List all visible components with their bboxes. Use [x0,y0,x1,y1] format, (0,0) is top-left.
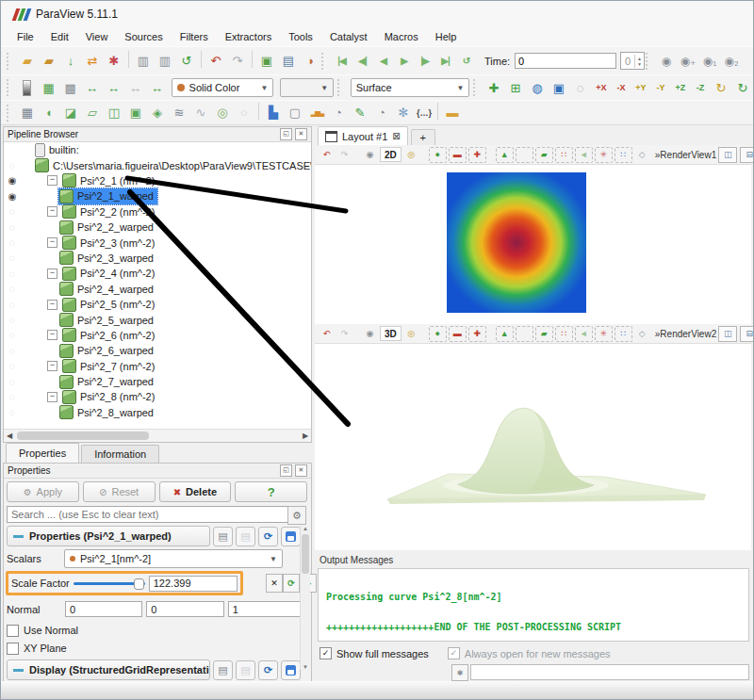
reset-value-button[interactable]: ✕ [266,574,283,593]
pipeline-item[interactable]: ◌Psi^2_5_warped [4,312,311,327]
pipeline-item[interactable]: ◌C:\Users\maria.figueira\Desktop\ParaVie… [4,157,311,172]
delete-button[interactable]: ✖Delete [159,481,232,502]
vcr-reverse-icon[interactable]: ◀ [373,51,393,71]
view-mode-toggle[interactable]: 2D [380,147,402,162]
auto-apply-icon[interactable]: ▣ [256,51,277,71]
pipeline-item[interactable]: ◌Psi^2_7_warped [4,374,311,389]
section-display-header[interactable]: Display (StructuredGridRepresentatio [7,659,210,680]
menu-tools[interactable]: Tools [280,29,321,44]
normal-z-input[interactable]: 1 [228,601,305,617]
open-file-icon[interactable]: ▰ [17,51,38,71]
toolbar-grip[interactable] [7,53,12,70]
scrollbar-thumb[interactable] [17,431,149,440]
group-datasets-icon[interactable]: ◎ [212,103,233,122]
extract-time-steps-icon[interactable]: ✎ [350,103,370,122]
rescale-temporal-range-icon[interactable]: ↔ [125,78,146,98]
view-plus-y-icon[interactable]: +Y [631,78,650,98]
expander-icon[interactable]: − [47,300,57,310]
interactive-select-points-icon[interactable]: ✳ [595,147,613,163]
copy-properties-icon[interactable]: ▤ [213,527,233,546]
visibility-eye-icon[interactable]: ◌ [4,206,21,217]
tab-properties[interactable]: Properties [6,443,79,463]
view-plus-x-icon[interactable]: +X [592,78,611,98]
capture-screenshot-icon[interactable]: ▤ [278,51,299,71]
camera-1-icon[interactable]: ◉₁ [699,51,720,71]
renderview1-viewport[interactable] [315,165,751,324]
camera-redo-icon[interactable]: ↷ [336,148,352,162]
normal-y-input[interactable]: 0 [146,601,223,617]
grow-selection-icon[interactable]: ◇ [634,148,650,162]
pipeline-item[interactable]: ◌Psi^2_2_warped [4,220,311,235]
pipeline-item[interactable]: ◌−Psi^2_3 (nm^-2) [4,235,311,250]
pipeline-item[interactable]: builtin: [4,142,311,157]
spreadsheet-icon[interactable]: ▙ [263,103,284,122]
zoom-closest-to-data-icon[interactable]: ▣ [549,78,569,98]
find-data-icon[interactable]: ▢ [285,103,305,122]
rescale-factor-button[interactable]: ⟳ [283,574,300,593]
visibility-eye-icon[interactable]: ◌ [4,315,21,325]
view-minus-y-icon[interactable]: -Y [651,78,670,98]
view-mode-toggle[interactable]: 3D [380,326,402,341]
select-cells-on-icon[interactable]: ● [429,326,447,342]
menu-sources[interactable]: Sources [116,29,171,44]
extract-subset-icon[interactable]: ▣ [125,103,146,122]
scroll-down-icon[interactable]: ▼ [301,664,310,670]
reset-camera-icon[interactable]: ✚ [484,78,504,98]
plot-over-time-icon[interactable]: ◔ [328,103,349,122]
close-panel-icon[interactable]: ✕ [295,464,307,477]
interactive-select-cells-icon[interactable]: ◄ [575,147,593,163]
pipeline-hscrollbar[interactable]: ◀ ▶ [4,429,311,442]
scrollbar-thumb[interactable] [302,534,309,574]
pipeline-item[interactable]: ◉−Psi^2_1 (nm^-2) [4,173,311,188]
section-properties-header[interactable]: Properties (Psi^2_1_warped) [7,526,210,546]
interactive-select-points-icon[interactable]: ✳ [595,326,613,342]
save-defaults-icon[interactable] [281,527,301,546]
contour-icon[interactable]: ◖ [39,103,59,122]
toolbar-grip[interactable] [337,79,343,96]
expander-icon[interactable]: − [47,269,57,279]
new-layout-tab[interactable]: + [411,129,435,145]
select-points-through-icon[interactable]: ▲ [496,326,514,342]
clip-icon[interactable]: ◪ [60,103,81,122]
stream-tracer-icon[interactable]: ≋ [169,103,189,122]
camera-undo-icon[interactable]: ↶ [319,148,335,162]
zoom-camera-icon[interactable]: ◉ [656,51,677,71]
toolbar-grip[interactable] [7,79,12,96]
expander-icon[interactable]: − [47,392,57,402]
hover-points-icon[interactable]: ∷ [615,147,632,163]
reset-display-icon[interactable]: ⟳ [258,660,278,680]
warp-by-scalar-icon[interactable]: ∿ [190,103,211,122]
pipeline-item[interactable]: ◌−Psi^2_7 (nm^-2) [4,358,311,373]
scale-factor-slider[interactable] [74,578,145,589]
copy-display-icon[interactable]: ▤ [213,660,233,680]
ruler-icon[interactable]: ▬ [442,103,463,122]
plot-selection-over-time-icon[interactable]: ◔ [371,103,392,122]
visibility-eye-icon[interactable]: ◌ [4,284,21,294]
expander-icon[interactable]: − [47,361,57,371]
separate-colormap-icon[interactable]: ▩ [60,78,81,98]
histogram-icon[interactable]: ▂▅▃ [306,103,327,122]
search-input[interactable] [7,506,296,523]
pipeline-item[interactable]: ◌−Psi^2_8 (nm^-2) [4,389,311,404]
vcr-last-icon[interactable]: ▶| [435,51,455,71]
view-minus-z-icon[interactable]: -Z [691,78,710,98]
apply-button[interactable]: ⚙Apply [7,481,79,502]
vcr-play-icon[interactable]: ▶ [394,51,414,71]
menu-filters[interactable]: Filters [172,29,217,44]
reset-defaults-icon[interactable]: ⟳ [258,527,278,546]
close-tab-icon[interactable]: ⊠ [392,131,400,141]
undock-panel-icon[interactable]: ◱ [280,128,292,140]
color-palette-icon[interactable]: ◑ [300,51,320,71]
visibility-eye-icon[interactable]: ◌ [4,346,21,356]
pipeline-item[interactable]: ◉Psi^2_1_warped [4,188,311,203]
pipeline-item[interactable]: ◌−Psi^2_4 (nm^-2) [4,266,311,281]
tab-layout-1[interactable]: Layout #1 ⊠ [318,126,408,145]
select-cells-on-icon[interactable]: ● [429,147,447,163]
catalyst-breakpoint-icon[interactable]: ▥ [155,51,175,71]
visibility-eye-icon[interactable]: ◉ [4,175,21,186]
split-vertical-icon[interactable]: ⊟ [740,326,754,342]
expander-icon[interactable]: − [47,175,57,186]
add-camera-link-icon[interactable]: ◉₊ [678,51,698,71]
tab-information[interactable]: Information [81,445,159,463]
search-options-gear-icon[interactable]: ⚙ [287,506,306,525]
